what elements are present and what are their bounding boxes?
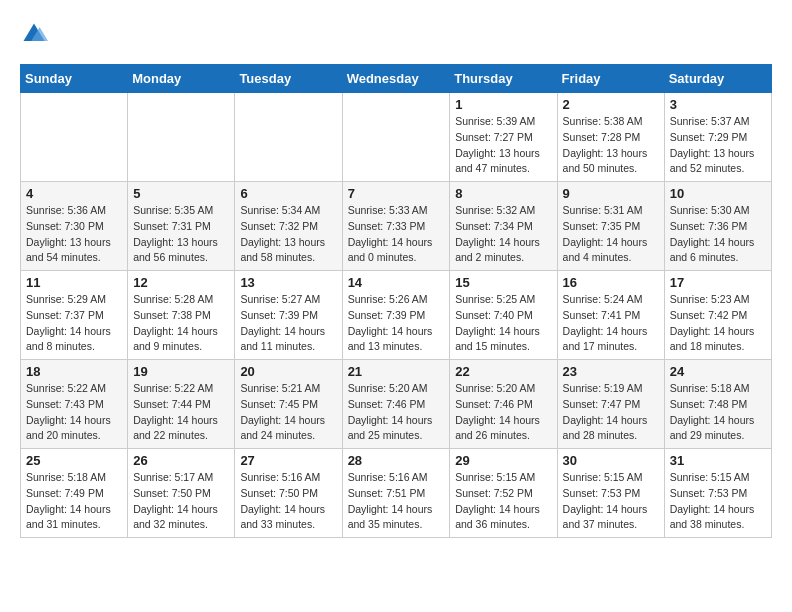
day-number: 27 <box>240 453 336 468</box>
calendar-body: 1Sunrise: 5:39 AMSunset: 7:27 PMDaylight… <box>21 93 772 538</box>
day-number: 15 <box>455 275 551 290</box>
day-number: 30 <box>563 453 659 468</box>
calendar-cell: 11Sunrise: 5:29 AMSunset: 7:37 PMDayligh… <box>21 271 128 360</box>
calendar-week-row: 18Sunrise: 5:22 AMSunset: 7:43 PMDayligh… <box>21 360 772 449</box>
calendar-cell: 4Sunrise: 5:36 AMSunset: 7:30 PMDaylight… <box>21 182 128 271</box>
day-info: Sunrise: 5:25 AMSunset: 7:40 PMDaylight:… <box>455 292 551 355</box>
calendar-cell: 23Sunrise: 5:19 AMSunset: 7:47 PMDayligh… <box>557 360 664 449</box>
day-info: Sunrise: 5:20 AMSunset: 7:46 PMDaylight:… <box>348 381 445 444</box>
calendar-week-row: 25Sunrise: 5:18 AMSunset: 7:49 PMDayligh… <box>21 449 772 538</box>
calendar-cell <box>128 93 235 182</box>
day-number: 1 <box>455 97 551 112</box>
day-number: 2 <box>563 97 659 112</box>
calendar-week-row: 11Sunrise: 5:29 AMSunset: 7:37 PMDayligh… <box>21 271 772 360</box>
calendar-cell <box>342 93 450 182</box>
day-info: Sunrise: 5:33 AMSunset: 7:33 PMDaylight:… <box>348 203 445 266</box>
day-info: Sunrise: 5:17 AMSunset: 7:50 PMDaylight:… <box>133 470 229 533</box>
day-number: 29 <box>455 453 551 468</box>
calendar-cell: 7Sunrise: 5:33 AMSunset: 7:33 PMDaylight… <box>342 182 450 271</box>
calendar-cell: 5Sunrise: 5:35 AMSunset: 7:31 PMDaylight… <box>128 182 235 271</box>
calendar-cell: 18Sunrise: 5:22 AMSunset: 7:43 PMDayligh… <box>21 360 128 449</box>
calendar-cell: 31Sunrise: 5:15 AMSunset: 7:53 PMDayligh… <box>664 449 771 538</box>
calendar-cell: 14Sunrise: 5:26 AMSunset: 7:39 PMDayligh… <box>342 271 450 360</box>
day-info: Sunrise: 5:15 AMSunset: 7:53 PMDaylight:… <box>670 470 766 533</box>
day-number: 12 <box>133 275 229 290</box>
day-info: Sunrise: 5:22 AMSunset: 7:43 PMDaylight:… <box>26 381 122 444</box>
weekday-header-sunday: Sunday <box>21 65 128 93</box>
day-info: Sunrise: 5:21 AMSunset: 7:45 PMDaylight:… <box>240 381 336 444</box>
day-number: 19 <box>133 364 229 379</box>
day-number: 26 <box>133 453 229 468</box>
day-info: Sunrise: 5:36 AMSunset: 7:30 PMDaylight:… <box>26 203 122 266</box>
day-number: 6 <box>240 186 336 201</box>
day-info: Sunrise: 5:37 AMSunset: 7:29 PMDaylight:… <box>670 114 766 177</box>
weekday-header-tuesday: Tuesday <box>235 65 342 93</box>
calendar-cell: 15Sunrise: 5:25 AMSunset: 7:40 PMDayligh… <box>450 271 557 360</box>
calendar-cell: 19Sunrise: 5:22 AMSunset: 7:44 PMDayligh… <box>128 360 235 449</box>
calendar-cell: 26Sunrise: 5:17 AMSunset: 7:50 PMDayligh… <box>128 449 235 538</box>
day-info: Sunrise: 5:27 AMSunset: 7:39 PMDaylight:… <box>240 292 336 355</box>
calendar-week-row: 1Sunrise: 5:39 AMSunset: 7:27 PMDaylight… <box>21 93 772 182</box>
calendar-cell: 17Sunrise: 5:23 AMSunset: 7:42 PMDayligh… <box>664 271 771 360</box>
day-number: 14 <box>348 275 445 290</box>
page-header <box>20 20 772 48</box>
day-info: Sunrise: 5:34 AMSunset: 7:32 PMDaylight:… <box>240 203 336 266</box>
day-info: Sunrise: 5:15 AMSunset: 7:53 PMDaylight:… <box>563 470 659 533</box>
weekday-header-friday: Friday <box>557 65 664 93</box>
calendar-week-row: 4Sunrise: 5:36 AMSunset: 7:30 PMDaylight… <box>21 182 772 271</box>
calendar-cell: 28Sunrise: 5:16 AMSunset: 7:51 PMDayligh… <box>342 449 450 538</box>
day-number: 22 <box>455 364 551 379</box>
day-info: Sunrise: 5:30 AMSunset: 7:36 PMDaylight:… <box>670 203 766 266</box>
day-number: 31 <box>670 453 766 468</box>
day-info: Sunrise: 5:20 AMSunset: 7:46 PMDaylight:… <box>455 381 551 444</box>
day-info: Sunrise: 5:22 AMSunset: 7:44 PMDaylight:… <box>133 381 229 444</box>
day-info: Sunrise: 5:28 AMSunset: 7:38 PMDaylight:… <box>133 292 229 355</box>
weekday-header-wednesday: Wednesday <box>342 65 450 93</box>
calendar-header: SundayMondayTuesdayWednesdayThursdayFrid… <box>21 65 772 93</box>
day-number: 5 <box>133 186 229 201</box>
day-number: 3 <box>670 97 766 112</box>
calendar-cell: 27Sunrise: 5:16 AMSunset: 7:50 PMDayligh… <box>235 449 342 538</box>
day-info: Sunrise: 5:15 AMSunset: 7:52 PMDaylight:… <box>455 470 551 533</box>
day-number: 28 <box>348 453 445 468</box>
calendar-cell: 6Sunrise: 5:34 AMSunset: 7:32 PMDaylight… <box>235 182 342 271</box>
day-number: 7 <box>348 186 445 201</box>
day-info: Sunrise: 5:26 AMSunset: 7:39 PMDaylight:… <box>348 292 445 355</box>
calendar-cell: 30Sunrise: 5:15 AMSunset: 7:53 PMDayligh… <box>557 449 664 538</box>
day-number: 16 <box>563 275 659 290</box>
day-info: Sunrise: 5:39 AMSunset: 7:27 PMDaylight:… <box>455 114 551 177</box>
day-info: Sunrise: 5:23 AMSunset: 7:42 PMDaylight:… <box>670 292 766 355</box>
calendar-cell: 1Sunrise: 5:39 AMSunset: 7:27 PMDaylight… <box>450 93 557 182</box>
day-info: Sunrise: 5:31 AMSunset: 7:35 PMDaylight:… <box>563 203 659 266</box>
calendar-cell <box>235 93 342 182</box>
calendar-cell: 3Sunrise: 5:37 AMSunset: 7:29 PMDaylight… <box>664 93 771 182</box>
weekday-header-row: SundayMondayTuesdayWednesdayThursdayFrid… <box>21 65 772 93</box>
day-number: 21 <box>348 364 445 379</box>
weekday-header-saturday: Saturday <box>664 65 771 93</box>
calendar-cell: 8Sunrise: 5:32 AMSunset: 7:34 PMDaylight… <box>450 182 557 271</box>
day-number: 24 <box>670 364 766 379</box>
day-number: 11 <box>26 275 122 290</box>
day-info: Sunrise: 5:18 AMSunset: 7:48 PMDaylight:… <box>670 381 766 444</box>
calendar-cell: 29Sunrise: 5:15 AMSunset: 7:52 PMDayligh… <box>450 449 557 538</box>
day-number: 18 <box>26 364 122 379</box>
day-number: 20 <box>240 364 336 379</box>
day-number: 10 <box>670 186 766 201</box>
logo-icon <box>20 20 48 48</box>
day-info: Sunrise: 5:16 AMSunset: 7:51 PMDaylight:… <box>348 470 445 533</box>
day-number: 8 <box>455 186 551 201</box>
day-number: 25 <box>26 453 122 468</box>
day-number: 4 <box>26 186 122 201</box>
weekday-header-monday: Monday <box>128 65 235 93</box>
day-info: Sunrise: 5:16 AMSunset: 7:50 PMDaylight:… <box>240 470 336 533</box>
calendar-cell: 22Sunrise: 5:20 AMSunset: 7:46 PMDayligh… <box>450 360 557 449</box>
calendar-cell: 16Sunrise: 5:24 AMSunset: 7:41 PMDayligh… <box>557 271 664 360</box>
calendar-cell: 20Sunrise: 5:21 AMSunset: 7:45 PMDayligh… <box>235 360 342 449</box>
calendar-cell: 10Sunrise: 5:30 AMSunset: 7:36 PMDayligh… <box>664 182 771 271</box>
day-number: 17 <box>670 275 766 290</box>
calendar-cell <box>21 93 128 182</box>
day-number: 23 <box>563 364 659 379</box>
calendar-cell: 9Sunrise: 5:31 AMSunset: 7:35 PMDaylight… <box>557 182 664 271</box>
day-info: Sunrise: 5:29 AMSunset: 7:37 PMDaylight:… <box>26 292 122 355</box>
day-info: Sunrise: 5:19 AMSunset: 7:47 PMDaylight:… <box>563 381 659 444</box>
